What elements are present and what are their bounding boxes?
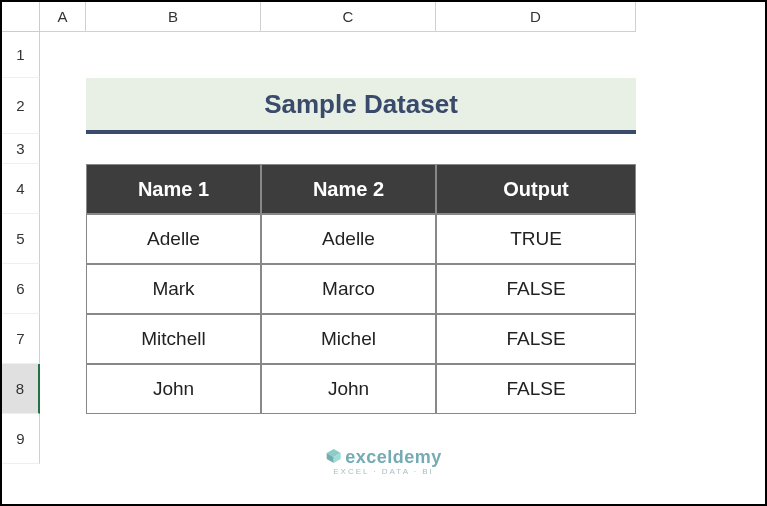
- select-all-corner[interactable]: [2, 2, 40, 32]
- table-row[interactable]: Adelle: [261, 214, 436, 264]
- cell-d3[interactable]: [436, 134, 636, 164]
- cell-a5[interactable]: [40, 214, 86, 264]
- cell-a1[interactable]: [40, 32, 86, 78]
- cell-c3[interactable]: [261, 134, 436, 164]
- table-row[interactable]: Mitchell: [86, 314, 261, 364]
- table-row[interactable]: Adelle: [86, 214, 261, 264]
- col-header-c[interactable]: C: [261, 2, 436, 32]
- watermark-tagline: EXCEL · DATA · BI: [325, 467, 442, 476]
- table-row[interactable]: FALSE: [436, 314, 636, 364]
- cell-a6[interactable]: [40, 264, 86, 314]
- cell-a8[interactable]: [40, 364, 86, 414]
- row-header-9[interactable]: 9: [2, 414, 40, 464]
- cell-b3[interactable]: [86, 134, 261, 164]
- col-header-b[interactable]: B: [86, 2, 261, 32]
- cell-b1[interactable]: [86, 32, 261, 78]
- cell-a2[interactable]: [40, 78, 86, 134]
- table-row[interactable]: John: [261, 364, 436, 414]
- title-cell[interactable]: Sample Dataset: [86, 78, 636, 134]
- cell-a7[interactable]: [40, 314, 86, 364]
- table-header-output[interactable]: Output: [436, 164, 636, 214]
- table-header-name2[interactable]: Name 2: [261, 164, 436, 214]
- table-row[interactable]: Mark: [86, 264, 261, 314]
- table-header-name1[interactable]: Name 1: [86, 164, 261, 214]
- cube-icon: [325, 448, 341, 469]
- watermark-brand: exceldemy: [325, 447, 442, 469]
- table-row[interactable]: Marco: [261, 264, 436, 314]
- table-row[interactable]: TRUE: [436, 214, 636, 264]
- col-header-a[interactable]: A: [40, 2, 86, 32]
- cell-d1[interactable]: [436, 32, 636, 78]
- cell-a3[interactable]: [40, 134, 86, 164]
- row-header-7[interactable]: 7: [2, 314, 40, 364]
- table-row[interactable]: FALSE: [436, 364, 636, 414]
- cell-c1[interactable]: [261, 32, 436, 78]
- table-row[interactable]: FALSE: [436, 264, 636, 314]
- row-header-4[interactable]: 4: [2, 164, 40, 214]
- row-header-1[interactable]: 1: [2, 32, 40, 78]
- cell-d9[interactable]: [436, 414, 636, 464]
- cell-b9[interactable]: [86, 414, 261, 464]
- cell-a4[interactable]: [40, 164, 86, 214]
- table-row[interactable]: John: [86, 364, 261, 414]
- watermark-brand-text: exceldemy: [345, 447, 442, 467]
- row-header-5[interactable]: 5: [2, 214, 40, 264]
- spreadsheet-grid: A B C D 1 2 Sample Dataset 3 4 Name 1 Na…: [2, 2, 765, 464]
- table-row[interactable]: Michel: [261, 314, 436, 364]
- cell-a9[interactable]: [40, 414, 86, 464]
- row-header-6[interactable]: 6: [2, 264, 40, 314]
- col-header-d[interactable]: D: [436, 2, 636, 32]
- watermark: exceldemy EXCEL · DATA · BI: [325, 447, 442, 476]
- row-header-3[interactable]: 3: [2, 134, 40, 164]
- row-header-2[interactable]: 2: [2, 78, 40, 134]
- row-header-8[interactable]: 8: [2, 364, 40, 414]
